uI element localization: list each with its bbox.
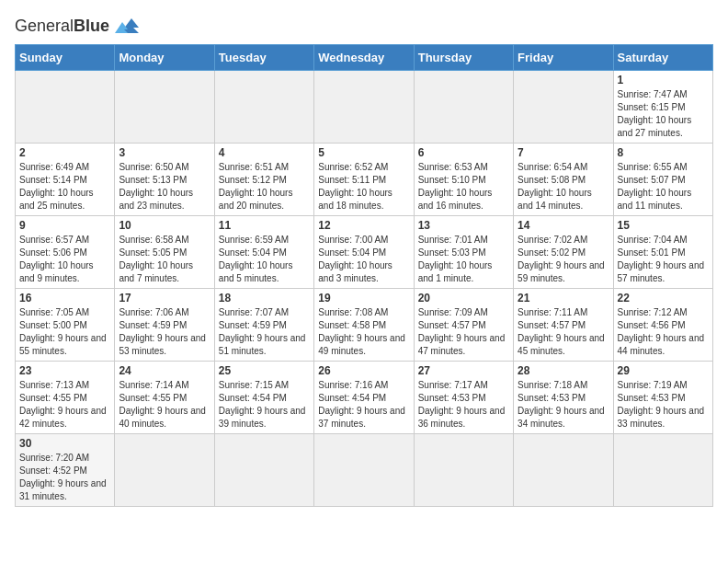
calendar-cell (214, 434, 313, 507)
day-number: 17 (119, 292, 210, 304)
day-info: Sunrise: 6:59 AM Sunset: 5:04 PM Dayligh… (219, 234, 310, 285)
day-info: Sunrise: 7:01 AM Sunset: 5:03 PM Dayligh… (418, 234, 509, 285)
day-number: 23 (19, 364, 110, 377)
calendar-cell (314, 71, 414, 144)
calendar-cell: 14Sunrise: 7:02 AM Sunset: 5:02 PM Dayli… (514, 216, 613, 289)
day-info: Sunrise: 7:14 AM Sunset: 4:55 PM Dayligh… (119, 379, 210, 431)
day-number: 27 (418, 364, 509, 377)
day-number: 20 (418, 292, 509, 304)
calendar-cell: 26Sunrise: 7:16 AM Sunset: 4:54 PM Dayli… (314, 362, 414, 434)
day-info: Sunrise: 7:05 AM Sunset: 5:00 PM Dayligh… (19, 306, 110, 358)
day-info: Sunrise: 7:12 AM Sunset: 4:56 PM Dayligh… (618, 306, 709, 358)
day-number: 12 (318, 219, 409, 232)
day-info: Sunrise: 7:04 AM Sunset: 5:01 PM Dayligh… (618, 234, 709, 285)
calendar-cell: 19Sunrise: 7:08 AM Sunset: 4:58 PM Dayli… (314, 289, 414, 362)
calendar-cell: 20Sunrise: 7:09 AM Sunset: 4:57 PM Dayli… (414, 289, 513, 362)
column-header-friday: Friday (514, 45, 613, 71)
header: GeneralBlue (15, 15, 713, 37)
day-info: Sunrise: 6:52 AM Sunset: 5:11 PM Dayligh… (318, 161, 409, 213)
calendar-cell: 16Sunrise: 7:05 AM Sunset: 5:00 PM Dayli… (16, 289, 115, 362)
calendar-cell: 24Sunrise: 7:14 AM Sunset: 4:55 PM Dayli… (115, 362, 214, 434)
day-info: Sunrise: 6:57 AM Sunset: 5:06 PM Dayligh… (19, 234, 110, 285)
calendar-cell: 2Sunrise: 6:49 AM Sunset: 5:14 PM Daylig… (16, 144, 115, 216)
calendar: SundayMondayTuesdayWednesdayThursdayFrid… (15, 44, 713, 507)
day-info: Sunrise: 6:51 AM Sunset: 5:12 PM Dayligh… (219, 161, 310, 213)
day-info: Sunrise: 7:15 AM Sunset: 4:54 PM Dayligh… (219, 379, 310, 431)
calendar-cell: 29Sunrise: 7:19 AM Sunset: 4:53 PM Dayli… (613, 362, 712, 434)
day-number: 19 (318, 292, 409, 304)
calendar-cell: 17Sunrise: 7:06 AM Sunset: 4:59 PM Dayli… (115, 289, 214, 362)
calendar-cell (314, 434, 414, 507)
day-number: 11 (219, 219, 310, 232)
day-number: 8 (618, 146, 709, 159)
calendar-cell (514, 71, 613, 144)
day-info: Sunrise: 7:07 AM Sunset: 4:59 PM Dayligh… (219, 306, 310, 358)
day-info: Sunrise: 7:19 AM Sunset: 4:53 PM Dayligh… (618, 379, 709, 431)
calendar-cell (613, 434, 712, 507)
column-header-monday: Monday (115, 45, 214, 71)
calendar-cell: 4Sunrise: 6:51 AM Sunset: 5:12 PM Daylig… (214, 144, 313, 216)
calendar-cell: 10Sunrise: 6:58 AM Sunset: 5:05 PM Dayli… (115, 216, 214, 289)
day-number: 26 (318, 364, 409, 377)
calendar-cell: 3Sunrise: 6:50 AM Sunset: 5:13 PM Daylig… (115, 144, 214, 216)
calendar-cell: 11Sunrise: 6:59 AM Sunset: 5:04 PM Dayli… (214, 216, 313, 289)
calendar-cell: 6Sunrise: 6:53 AM Sunset: 5:10 PM Daylig… (414, 144, 513, 216)
calendar-cell: 30Sunrise: 7:20 AM Sunset: 4:52 PM Dayli… (16, 434, 115, 507)
day-number: 25 (219, 364, 310, 377)
day-number: 28 (518, 364, 609, 377)
calendar-header-row: SundayMondayTuesdayWednesdayThursdayFrid… (16, 45, 713, 71)
day-number: 30 (19, 437, 110, 450)
calendar-cell: 5Sunrise: 6:52 AM Sunset: 5:11 PM Daylig… (314, 144, 414, 216)
calendar-cell: 12Sunrise: 7:00 AM Sunset: 5:04 PM Dayli… (314, 216, 414, 289)
day-info: Sunrise: 7:00 AM Sunset: 5:04 PM Dayligh… (318, 234, 409, 285)
calendar-cell (414, 71, 513, 144)
calendar-cell: 23Sunrise: 7:13 AM Sunset: 4:55 PM Dayli… (16, 362, 115, 434)
day-number: 15 (618, 219, 709, 232)
day-info: Sunrise: 7:06 AM Sunset: 4:59 PM Dayligh… (119, 306, 210, 358)
calendar-cell: 1Sunrise: 7:47 AM Sunset: 6:15 PM Daylig… (613, 71, 712, 144)
day-info: Sunrise: 7:47 AM Sunset: 6:15 PM Dayligh… (618, 88, 709, 140)
calendar-cell: 22Sunrise: 7:12 AM Sunset: 4:56 PM Dayli… (613, 289, 712, 362)
svg-marker-1 (115, 22, 128, 33)
day-info: Sunrise: 6:55 AM Sunset: 5:07 PM Dayligh… (618, 161, 709, 213)
day-number: 21 (518, 292, 609, 304)
calendar-cell: 27Sunrise: 7:17 AM Sunset: 4:53 PM Dayli… (414, 362, 513, 434)
logo-icon (113, 15, 141, 37)
day-number: 16 (19, 292, 110, 304)
column-header-saturday: Saturday (613, 45, 712, 71)
calendar-cell: 8Sunrise: 6:55 AM Sunset: 5:07 PM Daylig… (613, 144, 712, 216)
day-info: Sunrise: 6:53 AM Sunset: 5:10 PM Dayligh… (418, 161, 509, 213)
day-info: Sunrise: 7:11 AM Sunset: 4:57 PM Dayligh… (518, 306, 609, 358)
day-info: Sunrise: 6:54 AM Sunset: 5:08 PM Dayligh… (518, 161, 609, 213)
calendar-cell: 21Sunrise: 7:11 AM Sunset: 4:57 PM Dayli… (514, 289, 613, 362)
logo: GeneralBlue (15, 15, 141, 37)
calendar-cell (514, 434, 613, 507)
calendar-cell (414, 434, 513, 507)
calendar-cell (115, 434, 214, 507)
calendar-cell: 15Sunrise: 7:04 AM Sunset: 5:01 PM Dayli… (613, 216, 712, 289)
column-header-tuesday: Tuesday (214, 45, 313, 71)
logo-text: GeneralBlue (15, 17, 109, 34)
day-info: Sunrise: 6:50 AM Sunset: 5:13 PM Dayligh… (119, 161, 210, 213)
day-info: Sunrise: 7:20 AM Sunset: 4:52 PM Dayligh… (19, 452, 110, 503)
calendar-cell (16, 71, 115, 144)
day-number: 5 (318, 146, 409, 159)
calendar-cell: 18Sunrise: 7:07 AM Sunset: 4:59 PM Dayli… (214, 289, 313, 362)
calendar-cell (214, 71, 313, 144)
day-number: 9 (19, 219, 110, 232)
calendar-cell: 13Sunrise: 7:01 AM Sunset: 5:03 PM Dayli… (414, 216, 513, 289)
day-info: Sunrise: 7:02 AM Sunset: 5:02 PM Dayligh… (518, 234, 609, 285)
day-info: Sunrise: 7:17 AM Sunset: 4:53 PM Dayligh… (418, 379, 509, 431)
column-header-wednesday: Wednesday (314, 45, 414, 71)
day-number: 2 (19, 146, 110, 159)
day-number: 4 (219, 146, 310, 159)
day-info: Sunrise: 7:16 AM Sunset: 4:54 PM Dayligh… (318, 379, 409, 431)
day-number: 24 (119, 364, 210, 377)
day-number: 6 (418, 146, 509, 159)
calendar-cell (115, 71, 214, 144)
day-info: Sunrise: 6:58 AM Sunset: 5:05 PM Dayligh… (119, 234, 210, 285)
day-number: 29 (618, 364, 709, 377)
calendar-cell: 28Sunrise: 7:18 AM Sunset: 4:53 PM Dayli… (514, 362, 613, 434)
day-info: Sunrise: 7:09 AM Sunset: 4:57 PM Dayligh… (418, 306, 509, 358)
column-header-thursday: Thursday (414, 45, 513, 71)
